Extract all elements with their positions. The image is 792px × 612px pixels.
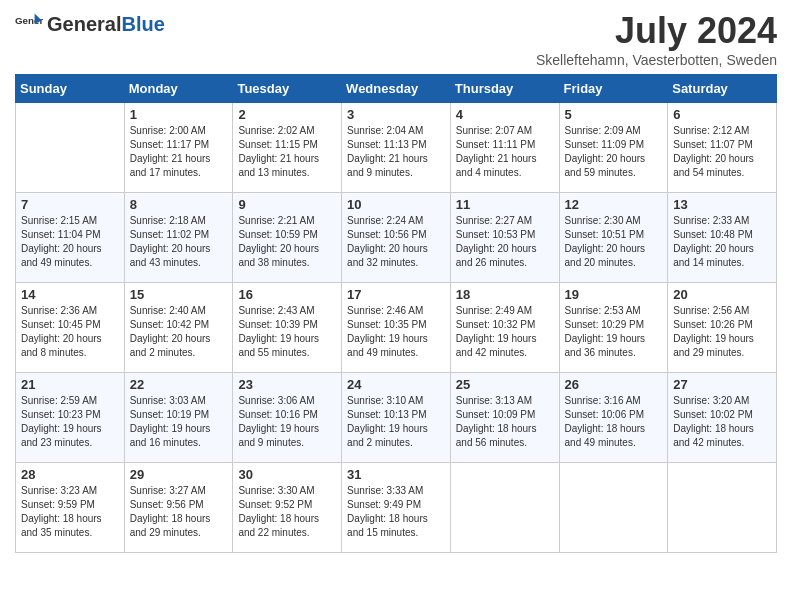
day-info: Sunrise: 2:56 AM Sunset: 10:26 PM Daylig… <box>673 304 771 360</box>
day-number: 8 <box>130 197 228 212</box>
location-title: Skelleftehamn, Vaesterbotten, Sweden <box>536 52 777 68</box>
day-number: 31 <box>347 467 445 482</box>
day-number: 24 <box>347 377 445 392</box>
month-title: July 2024 <box>536 10 777 52</box>
table-row: 24Sunrise: 3:10 AM Sunset: 10:13 PM Dayl… <box>342 373 451 463</box>
day-number: 3 <box>347 107 445 122</box>
day-info: Sunrise: 2:27 AM Sunset: 10:53 PM Daylig… <box>456 214 554 270</box>
table-row: 8Sunrise: 2:18 AM Sunset: 11:02 PM Dayli… <box>124 193 233 283</box>
table-row: 3Sunrise: 2:04 AM Sunset: 11:13 PM Dayli… <box>342 103 451 193</box>
table-row: 21Sunrise: 2:59 AM Sunset: 10:23 PM Dayl… <box>16 373 125 463</box>
table-row: 20Sunrise: 2:56 AM Sunset: 10:26 PM Dayl… <box>668 283 777 373</box>
week-row-3: 14Sunrise: 2:36 AM Sunset: 10:45 PM Dayl… <box>16 283 777 373</box>
table-row: 1Sunrise: 2:00 AM Sunset: 11:17 PM Dayli… <box>124 103 233 193</box>
day-number: 14 <box>21 287 119 302</box>
header-friday: Friday <box>559 75 668 103</box>
header-thursday: Thursday <box>450 75 559 103</box>
table-row: 23Sunrise: 3:06 AM Sunset: 10:16 PM Dayl… <box>233 373 342 463</box>
table-row: 14Sunrise: 2:36 AM Sunset: 10:45 PM Dayl… <box>16 283 125 373</box>
day-info: Sunrise: 3:06 AM Sunset: 10:16 PM Daylig… <box>238 394 336 450</box>
day-number: 10 <box>347 197 445 212</box>
logo-icon: General <box>15 10 43 38</box>
week-row-1: 1Sunrise: 2:00 AM Sunset: 11:17 PM Dayli… <box>16 103 777 193</box>
table-row: 27Sunrise: 3:20 AM Sunset: 10:02 PM Dayl… <box>668 373 777 463</box>
day-number: 11 <box>456 197 554 212</box>
day-number: 1 <box>130 107 228 122</box>
day-info: Sunrise: 2:00 AM Sunset: 11:17 PM Daylig… <box>130 124 228 180</box>
table-row: 31Sunrise: 3:33 AM Sunset: 9:49 PM Dayli… <box>342 463 451 553</box>
table-row: 12Sunrise: 2:30 AM Sunset: 10:51 PM Dayl… <box>559 193 668 283</box>
day-number: 26 <box>565 377 663 392</box>
table-row: 22Sunrise: 3:03 AM Sunset: 10:19 PM Dayl… <box>124 373 233 463</box>
day-number: 5 <box>565 107 663 122</box>
day-number: 28 <box>21 467 119 482</box>
table-row: 25Sunrise: 3:13 AM Sunset: 10:09 PM Dayl… <box>450 373 559 463</box>
title-area: July 2024 Skelleftehamn, Vaesterbotten, … <box>536 10 777 68</box>
table-row: 4Sunrise: 2:07 AM Sunset: 11:11 PM Dayli… <box>450 103 559 193</box>
table-row: 2Sunrise: 2:02 AM Sunset: 11:15 PM Dayli… <box>233 103 342 193</box>
day-info: Sunrise: 2:04 AM Sunset: 11:13 PM Daylig… <box>347 124 445 180</box>
day-number: 19 <box>565 287 663 302</box>
table-row <box>559 463 668 553</box>
header-sunday: Sunday <box>16 75 125 103</box>
day-info: Sunrise: 2:36 AM Sunset: 10:45 PM Daylig… <box>21 304 119 360</box>
day-info: Sunrise: 2:59 AM Sunset: 10:23 PM Daylig… <box>21 394 119 450</box>
logo: General GeneralBlue <box>15 10 165 38</box>
week-row-2: 7Sunrise: 2:15 AM Sunset: 11:04 PM Dayli… <box>16 193 777 283</box>
day-number: 6 <box>673 107 771 122</box>
day-info: Sunrise: 3:13 AM Sunset: 10:09 PM Daylig… <box>456 394 554 450</box>
day-info: Sunrise: 2:40 AM Sunset: 10:42 PM Daylig… <box>130 304 228 360</box>
table-row: 26Sunrise: 3:16 AM Sunset: 10:06 PM Dayl… <box>559 373 668 463</box>
calendar-table: Sunday Monday Tuesday Wednesday Thursday… <box>15 74 777 553</box>
day-info: Sunrise: 3:10 AM Sunset: 10:13 PM Daylig… <box>347 394 445 450</box>
day-info: Sunrise: 3:03 AM Sunset: 10:19 PM Daylig… <box>130 394 228 450</box>
table-row: 16Sunrise: 2:43 AM Sunset: 10:39 PM Dayl… <box>233 283 342 373</box>
day-number: 22 <box>130 377 228 392</box>
week-row-5: 28Sunrise: 3:23 AM Sunset: 9:59 PM Dayli… <box>16 463 777 553</box>
day-info: Sunrise: 2:43 AM Sunset: 10:39 PM Daylig… <box>238 304 336 360</box>
day-number: 4 <box>456 107 554 122</box>
day-number: 21 <box>21 377 119 392</box>
table-row: 19Sunrise: 2:53 AM Sunset: 10:29 PM Dayl… <box>559 283 668 373</box>
table-row: 6Sunrise: 2:12 AM Sunset: 11:07 PM Dayli… <box>668 103 777 193</box>
day-info: Sunrise: 2:49 AM Sunset: 10:32 PM Daylig… <box>456 304 554 360</box>
day-info: Sunrise: 2:53 AM Sunset: 10:29 PM Daylig… <box>565 304 663 360</box>
day-info: Sunrise: 2:07 AM Sunset: 11:11 PM Daylig… <box>456 124 554 180</box>
table-row: 18Sunrise: 2:49 AM Sunset: 10:32 PM Dayl… <box>450 283 559 373</box>
day-number: 12 <box>565 197 663 212</box>
header-saturday: Saturday <box>668 75 777 103</box>
week-row-4: 21Sunrise: 2:59 AM Sunset: 10:23 PM Dayl… <box>16 373 777 463</box>
table-row: 29Sunrise: 3:27 AM Sunset: 9:56 PM Dayli… <box>124 463 233 553</box>
table-row: 11Sunrise: 2:27 AM Sunset: 10:53 PM Dayl… <box>450 193 559 283</box>
weekday-header-row: Sunday Monday Tuesday Wednesday Thursday… <box>16 75 777 103</box>
logo-blue: Blue <box>121 13 164 35</box>
day-number: 25 <box>456 377 554 392</box>
day-number: 15 <box>130 287 228 302</box>
day-info: Sunrise: 3:33 AM Sunset: 9:49 PM Dayligh… <box>347 484 445 540</box>
day-number: 17 <box>347 287 445 302</box>
day-info: Sunrise: 3:23 AM Sunset: 9:59 PM Dayligh… <box>21 484 119 540</box>
day-info: Sunrise: 3:30 AM Sunset: 9:52 PM Dayligh… <box>238 484 336 540</box>
day-number: 7 <box>21 197 119 212</box>
header-tuesday: Tuesday <box>233 75 342 103</box>
day-info: Sunrise: 3:16 AM Sunset: 10:06 PM Daylig… <box>565 394 663 450</box>
day-info: Sunrise: 2:24 AM Sunset: 10:56 PM Daylig… <box>347 214 445 270</box>
day-info: Sunrise: 2:21 AM Sunset: 10:59 PM Daylig… <box>238 214 336 270</box>
day-info: Sunrise: 3:27 AM Sunset: 9:56 PM Dayligh… <box>130 484 228 540</box>
header-monday: Monday <box>124 75 233 103</box>
table-row: 15Sunrise: 2:40 AM Sunset: 10:42 PM Dayl… <box>124 283 233 373</box>
day-info: Sunrise: 2:46 AM Sunset: 10:35 PM Daylig… <box>347 304 445 360</box>
day-info: Sunrise: 2:18 AM Sunset: 11:02 PM Daylig… <box>130 214 228 270</box>
table-row: 30Sunrise: 3:30 AM Sunset: 9:52 PM Dayli… <box>233 463 342 553</box>
day-info: Sunrise: 2:02 AM Sunset: 11:15 PM Daylig… <box>238 124 336 180</box>
page-header: General GeneralBlue July 2024 Skellefteh… <box>15 10 777 68</box>
day-info: Sunrise: 2:09 AM Sunset: 11:09 PM Daylig… <box>565 124 663 180</box>
day-info: Sunrise: 2:33 AM Sunset: 10:48 PM Daylig… <box>673 214 771 270</box>
day-number: 2 <box>238 107 336 122</box>
table-row: 17Sunrise: 2:46 AM Sunset: 10:35 PM Dayl… <box>342 283 451 373</box>
day-number: 13 <box>673 197 771 212</box>
logo-general: General <box>47 13 121 35</box>
day-number: 9 <box>238 197 336 212</box>
table-row: 7Sunrise: 2:15 AM Sunset: 11:04 PM Dayli… <box>16 193 125 283</box>
day-number: 16 <box>238 287 336 302</box>
